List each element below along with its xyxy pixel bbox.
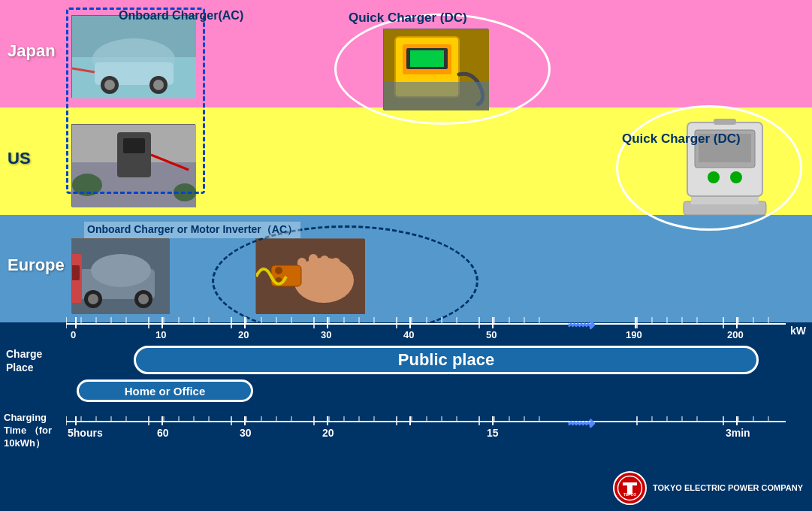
us-label: US xyxy=(8,149,31,168)
time-5hours: 5hours xyxy=(68,427,103,439)
public-place-text: Public place xyxy=(398,350,494,370)
svg-rect-24 xyxy=(72,265,80,280)
svg-text:TEPCO: TEPCO xyxy=(623,492,636,497)
time-tick-0 xyxy=(75,416,77,425)
axis-200: 200 xyxy=(727,329,744,340)
axis-40: 40 xyxy=(403,329,414,340)
tick-50 xyxy=(492,317,494,328)
time-tick-30 xyxy=(244,416,246,425)
tick-0 xyxy=(75,317,77,328)
svg-point-20 xyxy=(88,294,98,304)
tepco-logo: TEPCO TOKYO ELECTRIC POWER COMPANY xyxy=(613,471,803,505)
time-tick-50 xyxy=(492,416,494,425)
charging-time-label: Charging Time （for 10kWh） xyxy=(4,412,68,450)
time-20: 20 xyxy=(322,427,334,439)
time-tick-40 xyxy=(409,416,411,425)
public-place-bar: Public place xyxy=(134,346,759,374)
tepco-icon: TEPCO xyxy=(613,471,647,505)
tick-30 xyxy=(327,317,328,328)
time-tick-20 xyxy=(327,416,328,425)
svg-rect-127 xyxy=(623,482,637,485)
dashed-box xyxy=(66,8,205,194)
japan-quick-charger-oval xyxy=(334,14,551,125)
axis-10: 10 xyxy=(155,329,166,340)
kw-unit: kW xyxy=(790,325,806,337)
axis-30: 30 xyxy=(321,329,331,340)
us-quick-charger-label: Quick Charger (DC) xyxy=(622,132,741,147)
europe-onboard-label: Onboard Charger or Motor Inverter（AC） xyxy=(84,222,300,238)
onboard-charger-label-japan: Onboard Charger(AC) xyxy=(119,9,243,23)
axis-190: 190 xyxy=(626,329,642,340)
time-60: 60 xyxy=(157,427,169,439)
svg-point-22 xyxy=(138,294,149,304)
axis-break-top: ⟿ xyxy=(567,313,595,337)
time-30: 30 xyxy=(240,427,252,439)
main-axis xyxy=(66,323,786,325)
japan-label: Japan xyxy=(8,41,56,61)
time-tick-200 xyxy=(736,416,738,425)
charging-time-axis xyxy=(66,421,786,422)
svg-point-18 xyxy=(91,254,151,287)
axis-50: 50 xyxy=(486,329,497,340)
time-tick-60 xyxy=(161,416,163,425)
europe-label: Europe xyxy=(8,256,65,275)
time-3min: 3min xyxy=(726,427,750,439)
japan-quick-charger-label: Quick Charger (DC) xyxy=(349,11,467,26)
home-office-text: Home or Office xyxy=(125,385,206,398)
europe-car-image xyxy=(71,238,169,313)
tick-40 xyxy=(409,317,411,328)
tepco-name: TOKYO ELECTRIC POWER COMPANY xyxy=(653,482,803,493)
us-quick-charger-oval xyxy=(616,105,802,231)
main-layout: Japan US Europe xyxy=(0,0,812,511)
axis-20: 20 xyxy=(238,329,249,340)
tick-10 xyxy=(161,317,163,328)
axis-0: 0 xyxy=(71,329,76,340)
time-axis-break: ⟿ xyxy=(567,412,595,435)
tick-20 xyxy=(244,317,246,328)
tick-200 xyxy=(736,317,738,328)
charge-place-label: Charge Place xyxy=(6,347,65,374)
home-office-bar: Home or Office xyxy=(77,379,253,402)
tick-190 xyxy=(635,317,636,328)
time-15: 15 xyxy=(487,427,499,439)
